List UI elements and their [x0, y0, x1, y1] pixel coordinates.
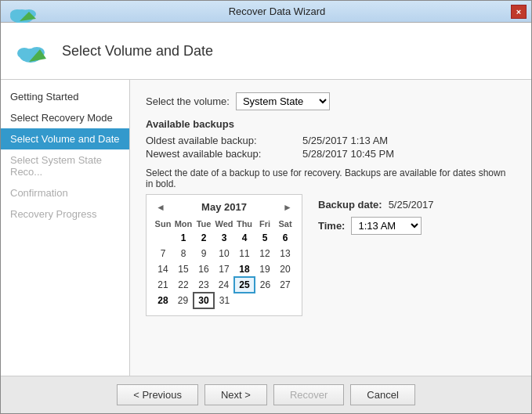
cal-day[interactable]: 1 — [173, 230, 194, 246]
cal-day[interactable]: 28 — [153, 293, 173, 308]
calendar: ◄ May 2017 ► Sun Mon Tue Wed Thu — [146, 194, 302, 316]
calendar-grid: Sun Mon Tue Wed Thu Fri Sat 123456789101… — [153, 218, 295, 309]
title-bar: Recover Data Wizard × — [1, 1, 531, 23]
cal-header-thu: Thu — [234, 218, 255, 230]
content-area: Getting Started Select Recovery Mode Sel… — [1, 80, 531, 376]
next-button[interactable]: Next > — [204, 384, 267, 405]
cancel-button[interactable]: Cancel — [350, 384, 414, 405]
cal-day[interactable]: 22 — [173, 277, 194, 293]
cal-day[interactable]: 30 — [194, 293, 214, 308]
cal-header-sat: Sat — [275, 218, 295, 230]
previous-button[interactable]: < Previous — [117, 384, 198, 405]
available-backups-header: Available backups — [146, 118, 516, 130]
window-title: Recover Data Wizard — [43, 5, 511, 17]
main-content: Select the volume: System State Availabl… — [130, 80, 531, 376]
volume-label: Select the volume: — [146, 95, 230, 107]
cal-next-button[interactable]: ► — [280, 202, 295, 213]
cal-day[interactable]: 10 — [214, 246, 234, 261]
cal-day — [153, 230, 173, 246]
cal-day[interactable]: 7 — [153, 246, 173, 261]
oldest-label: Oldest available backup: — [146, 135, 302, 146]
newest-label: Newest available backup: — [146, 148, 302, 160]
sidebar-item-getting-started[interactable]: Getting Started — [1, 86, 129, 107]
cal-day[interactable]: 20 — [275, 261, 295, 277]
recover-button[interactable]: Recover — [273, 384, 344, 405]
sidebar-item-system-state: Select System State Reco... — [1, 149, 129, 182]
backup-date-row: Backup date: 5/25/2017 — [318, 199, 433, 211]
cal-day[interactable]: 13 — [275, 246, 295, 261]
cal-day[interactable]: 14 — [153, 261, 173, 277]
header-icon — [13, 32, 51, 70]
newest-value: 5/28/2017 10:45 PM — [302, 148, 394, 160]
cal-header-tue: Tue — [194, 218, 214, 230]
oldest-value: 5/25/2017 1:13 AM — [302, 135, 388, 146]
sidebar-item-confirmation: Confirmation — [1, 182, 129, 203]
cal-day[interactable]: 8 — [173, 246, 194, 261]
backup-date-panel: Backup date: 5/25/2017 Time: 1:13 AM — [318, 199, 433, 241]
cal-day[interactable]: 26 — [255, 277, 275, 293]
oldest-backup-row: Oldest available backup: 5/25/2017 1:13 … — [146, 135, 516, 146]
cal-day[interactable]: 16 — [194, 261, 214, 277]
sidebar-item-recovery-mode[interactable]: Select Recovery Mode — [1, 107, 129, 128]
cal-day[interactable]: 29 — [173, 293, 194, 308]
sidebar-item-recovery-progress: Recovery Progress — [1, 203, 129, 225]
cal-day[interactable]: 11 — [234, 246, 255, 261]
volume-select[interactable]: System State — [236, 92, 330, 110]
cal-day[interactable]: 2 — [194, 230, 214, 246]
cal-day[interactable]: 25 — [234, 277, 255, 293]
cal-day[interactable]: 24 — [214, 277, 234, 293]
sidebar: Getting Started Select Recovery Mode Sel… — [1, 80, 130, 376]
cal-header-fri: Fri — [255, 218, 275, 230]
cal-day[interactable]: 19 — [255, 261, 275, 277]
calendar-area: ◄ May 2017 ► Sun Mon Tue Wed Thu — [146, 194, 516, 316]
close-button[interactable]: × — [511, 5, 527, 19]
cal-day[interactable]: 6 — [275, 230, 295, 246]
time-label: Time: — [318, 220, 345, 232]
cal-day[interactable]: 4 — [234, 230, 255, 246]
time-select[interactable]: 1:13 AM — [351, 217, 422, 235]
footer: < Previous Next > Recover Cancel — [1, 376, 531, 413]
cal-header-sun: Sun — [153, 218, 173, 230]
newest-backup-row: Newest available backup: 5/28/2017 10:45… — [146, 148, 516, 160]
header-title: Select Volume and Date — [62, 43, 213, 59]
calendar-header: ◄ May 2017 ► — [153, 201, 295, 213]
volume-row: Select the volume: System State — [146, 92, 516, 110]
cal-day[interactable]: 31 — [214, 293, 234, 308]
backup-date-label: Backup date: — [318, 199, 382, 211]
cal-day[interactable]: 15 — [173, 261, 194, 277]
cal-day[interactable]: 18 — [234, 261, 255, 277]
sidebar-item-volume-date[interactable]: Select Volume and Date — [1, 128, 129, 149]
time-row: Time: 1:13 AM — [318, 217, 433, 235]
cal-header-wed: Wed — [214, 218, 234, 230]
cal-day — [234, 293, 255, 308]
window: Recover Data Wizard × Select Volume and … — [0, 0, 532, 414]
cal-day — [255, 293, 275, 308]
cal-month-year: May 2017 — [201, 201, 247, 213]
cal-day[interactable]: 5 — [255, 230, 275, 246]
cal-day[interactable]: 3 — [214, 230, 234, 246]
cal-day[interactable]: 9 — [194, 246, 214, 261]
select-date-label: Select the date of a backup to use for r… — [146, 167, 516, 189]
cal-day[interactable]: 12 — [255, 246, 275, 261]
backup-date-value: 5/25/2017 — [389, 199, 434, 211]
cal-day[interactable]: 21 — [153, 277, 173, 293]
header: Select Volume and Date — [1, 23, 531, 80]
cal-prev-button[interactable]: ◄ — [153, 202, 168, 213]
cal-day[interactable]: 23 — [194, 277, 214, 293]
cal-day — [275, 293, 295, 308]
cal-header-mon: Mon — [173, 218, 194, 230]
cal-day[interactable]: 27 — [275, 277, 295, 293]
cal-day[interactable]: 17 — [214, 261, 234, 277]
